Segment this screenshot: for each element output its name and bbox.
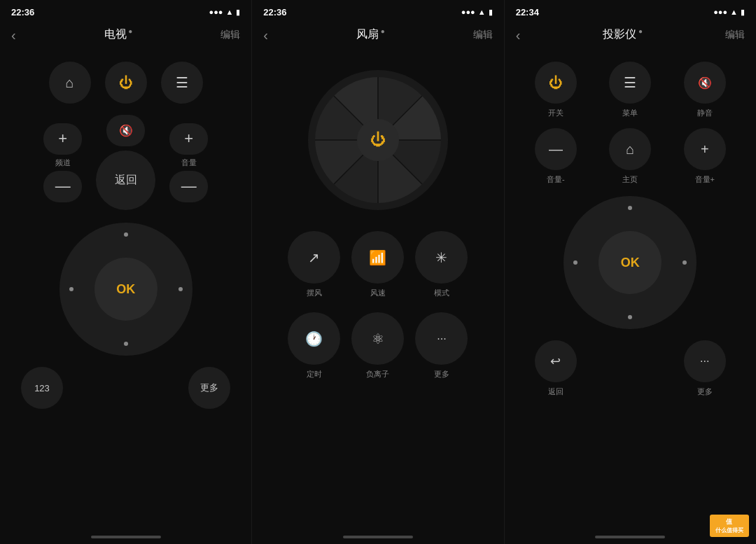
fan-timer-button[interactable]: 🕐 定时 bbox=[288, 312, 340, 379]
proj-time: 22:34 bbox=[516, 7, 539, 18]
proj-power-icon: ⏻ bbox=[549, 75, 563, 91]
proj-mid-row: — 音量- ⌂ 主页 + 音量+ bbox=[519, 128, 742, 185]
menu-icon: ☰ bbox=[176, 74, 188, 91]
fan-wheel[interactable]: ⏻ bbox=[308, 70, 448, 210]
tv-volume-group: + 音量 — bbox=[169, 123, 208, 202]
fan-swing-button[interactable]: ↗ 摆风 bbox=[288, 231, 340, 298]
tv-more-button[interactable]: 更多 bbox=[188, 367, 230, 409]
mode-icon: ✳ bbox=[435, 249, 447, 266]
tv-dpad-outer: OK bbox=[59, 223, 192, 356]
tv-ch-label: 频道 bbox=[55, 158, 71, 168]
proj-menu-button[interactable]: ☰ 菜单 bbox=[609, 62, 651, 118]
fan-wifi-icon: ▲ bbox=[478, 8, 486, 16]
proj-battery-icon: ▮ bbox=[741, 8, 745, 17]
proj-return-button[interactable]: ↩ 返回 bbox=[535, 340, 577, 397]
tv-ok-button[interactable]: OK bbox=[94, 258, 158, 321]
fan-ion-circle: ⚛ bbox=[351, 312, 404, 365]
tv-edit-button[interactable]: 编辑 bbox=[220, 29, 240, 41]
proj-vol-plus-label: 音量+ bbox=[695, 174, 715, 185]
proj-more-circle: ··· bbox=[684, 340, 726, 382]
proj-mute-circle: 🔇 bbox=[684, 62, 726, 104]
fan-edit-button[interactable]: 编辑 bbox=[473, 29, 493, 41]
tv-vol-minus-button[interactable]: — bbox=[169, 171, 208, 202]
fan-speed-button[interactable]: 📶 风速 bbox=[351, 231, 404, 298]
proj-mute-button[interactable]: 🔇 静音 bbox=[684, 62, 726, 118]
fan-more-button[interactable]: ··· 更多 bbox=[415, 312, 468, 379]
proj-power-button[interactable]: ⏻ 开关 bbox=[535, 62, 577, 118]
proj-home-icon: ⌂ bbox=[626, 141, 634, 158]
tv-nav: ‹ 电视 ● 编辑 bbox=[0, 21, 251, 49]
proj-status-icons: ●●● ▲ ▮ bbox=[713, 8, 745, 17]
timer-icon: 🕐 bbox=[305, 330, 323, 347]
tv-123-button[interactable]: 123 bbox=[21, 367, 63, 409]
vol-minus-icon: — bbox=[181, 177, 197, 195]
fan-signal-icon: ●●● bbox=[461, 8, 475, 16]
proj-menu-circle: ☰ bbox=[609, 62, 651, 104]
num-label: 123 bbox=[34, 383, 50, 393]
fan-time: 22:36 bbox=[263, 7, 286, 18]
proj-vol-plus-icon: + bbox=[701, 141, 709, 158]
fan-ion-button[interactable]: ⚛ 负离子 bbox=[351, 312, 404, 379]
proj-home-button[interactable]: ⌂ 主页 bbox=[609, 128, 651, 185]
tv-row1: ⌂ ⏻ ☰ bbox=[49, 62, 203, 104]
fan-more-label: 更多 bbox=[434, 369, 449, 379]
tv-ch-minus-button[interactable]: — bbox=[43, 171, 82, 202]
tv-power-button[interactable]: ⏻ bbox=[105, 62, 147, 104]
tv-vol-plus-button[interactable]: + bbox=[169, 123, 208, 155]
tv-signal-icon: ●●● bbox=[209, 8, 223, 16]
tv-row2: + 频道 — 🔇 返回 + 音量 bbox=[43, 115, 208, 210]
fan-status-bar: 22:36 ●●● ▲ ▮ bbox=[252, 0, 503, 21]
fan-home-indicator bbox=[252, 530, 503, 544]
proj-menu-icon: ☰ bbox=[624, 74, 636, 91]
fan-power-button[interactable]: ⏻ bbox=[357, 119, 399, 161]
proj-dpad-left bbox=[573, 260, 578, 265]
home-icon: ⌂ bbox=[66, 75, 74, 91]
fan-timer-label: 定时 bbox=[307, 369, 322, 379]
tv-back-button[interactable]: ‹ bbox=[11, 27, 16, 43]
tv-home-button[interactable]: ⌂ bbox=[49, 62, 91, 104]
ch-plus-icon: + bbox=[58, 130, 67, 148]
proj-vol-minus-icon: — bbox=[549, 141, 563, 158]
proj-home-label: 主页 bbox=[622, 174, 638, 185]
tv-home-bar bbox=[91, 536, 161, 538]
fan-mode-button[interactable]: ✳ 模式 bbox=[415, 231, 468, 298]
proj-wifi-icon: ▲ bbox=[730, 8, 738, 16]
proj-status-bar: 22:34 ●●● ▲ ▮ bbox=[505, 0, 756, 21]
ion-icon: ⚛ bbox=[372, 330, 384, 347]
proj-more-label: 更多 bbox=[697, 386, 713, 397]
tv-dpad-up bbox=[124, 232, 128, 237]
proj-edit-button[interactable]: 编辑 bbox=[725, 29, 745, 41]
proj-home-bar bbox=[595, 536, 665, 538]
fan-mode-label: 模式 bbox=[434, 288, 449, 298]
proj-dpad-right bbox=[682, 260, 687, 265]
proj-vol-minus-button[interactable]: — 音量- bbox=[535, 128, 577, 185]
proj-back-button[interactable]: ‹ bbox=[516, 27, 521, 43]
fan-speed-label: 风速 bbox=[370, 288, 386, 298]
tv-panel: 22:36 ●●● ▲ ▮ ‹ 电视 ● 编辑 ⌂ ⏻ ☰ bbox=[0, 0, 252, 544]
tv-menu-button[interactable]: ☰ bbox=[161, 62, 203, 104]
proj-vol-minus-label: 音量- bbox=[547, 174, 565, 185]
tv-return-button[interactable]: 返回 bbox=[96, 151, 155, 210]
swing-icon: ↗ bbox=[308, 249, 320, 266]
fan-controls-row1: ↗ 摆风 📶 风速 ✳ 模式 bbox=[288, 231, 468, 298]
ch-minus-icon: — bbox=[55, 177, 71, 195]
tv-dpad[interactable]: OK bbox=[59, 223, 192, 356]
proj-home-circle: ⌂ bbox=[609, 128, 651, 170]
fan-back-button[interactable]: ‹ bbox=[263, 27, 268, 43]
proj-vol-plus-button[interactable]: + 音量+ bbox=[684, 128, 726, 185]
fan-swing-label: 摆风 bbox=[307, 288, 322, 298]
proj-ok-button[interactable]: OK bbox=[598, 231, 662, 294]
tv-ch-plus-button[interactable]: + bbox=[43, 123, 82, 155]
power-icon: ⏻ bbox=[119, 75, 133, 91]
fan-content: ⏻ ↗ 摆风 📶 风速 ✳ 模式 bbox=[252, 49, 503, 530]
proj-vol-plus-circle: + bbox=[684, 128, 726, 170]
proj-more-button[interactable]: ··· 更多 bbox=[684, 340, 726, 397]
speed-icon: 📶 bbox=[369, 249, 386, 266]
tv-mute-button[interactable]: 🔇 bbox=[106, 115, 145, 146]
fan-panel: 22:36 ●●● ▲ ▮ ‹ 风扇 ● 编辑 bbox=[252, 0, 504, 544]
fan-swing-circle: ↗ bbox=[288, 231, 340, 284]
tv-title: 电视 ● bbox=[104, 27, 133, 42]
proj-dpad[interactable]: OK bbox=[564, 196, 696, 329]
fan-home-bar bbox=[343, 536, 413, 538]
fan-battery-icon: ▮ bbox=[489, 8, 493, 17]
